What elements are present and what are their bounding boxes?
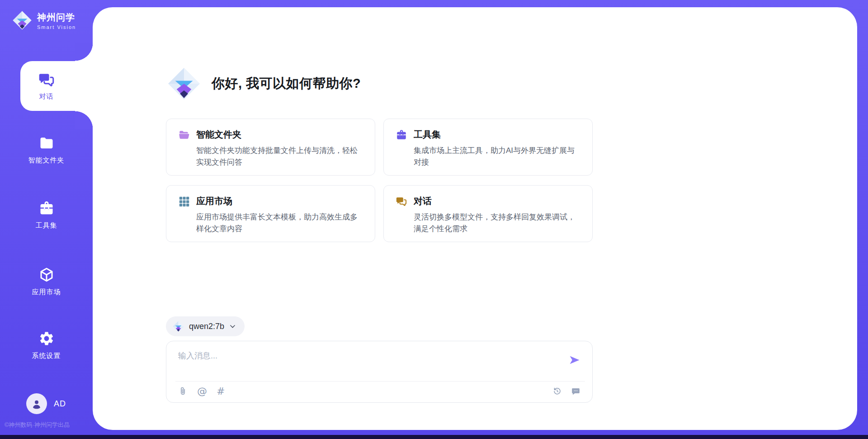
gem-logo-icon <box>166 66 202 101</box>
hashtag-icon[interactable]: # <box>217 387 225 396</box>
gear-icon <box>38 330 55 347</box>
chat-icon <box>38 71 55 88</box>
toolbox-icon <box>38 200 55 216</box>
card-description: 集成市场上主流工具，助力AI与外界无缝扩展与对接 <box>414 145 580 168</box>
card-description: 灵活切换多模型文件，支持多样回复效果调试，满足个性化需求 <box>414 211 580 234</box>
greeting-block: 你好, 我可以如何帮助你? <box>166 66 361 101</box>
card-app-market[interactable]: 应用市场 应用市场提供丰富长文本模板，助力高效生成多样化文章内容 <box>166 185 375 242</box>
toolbox-icon <box>396 129 407 141</box>
composer-toolbar-right <box>552 387 580 396</box>
greeting-title: 你好, 我可以如何帮助你? <box>212 75 361 93</box>
composer-toolbar-left: @ # <box>178 387 225 396</box>
app-logo: 神州问学 Smart Vision <box>12 10 76 31</box>
sidebar-item-app-market[interactable]: 应用市场 <box>0 267 93 296</box>
card-description: 应用市场提供丰富长文本模板，助力高效生成多样化文章内容 <box>196 211 363 234</box>
sidebar-item-chat-active[interactable]: 对话 <box>20 61 93 111</box>
model-selector[interactable]: qwen2:7b <box>166 316 245 336</box>
app-name: 神州问学 <box>37 11 76 24</box>
bottom-edge-strip <box>0 435 868 439</box>
card-toolset[interactable]: 工具集 集成市场上主流工具，助力AI与外界无缝扩展与对接 <box>383 119 593 176</box>
user-profile[interactable]: AD <box>26 393 66 414</box>
card-header: 应用市场 <box>178 195 363 207</box>
card-header: 对话 <box>396 195 580 207</box>
card-description: 智能文件夹功能支持批量文件上传与清洗，轻松实现文件问答 <box>196 145 363 168</box>
card-header: 工具集 <box>396 129 580 141</box>
sidebar-item-label: 对话 <box>39 92 54 101</box>
send-icon[interactable] <box>568 354 580 366</box>
history-icon[interactable] <box>552 387 562 396</box>
card-chat[interactable]: 对话 灵活切换多模型文件，支持多样回复效果调试，满足个性化需求 <box>383 185 593 242</box>
card-title: 对话 <box>414 195 432 207</box>
sidebar: 神州问学 Smart Vision 对话 智能文件夹 工具集 <box>0 0 93 439</box>
sidebar-item-label: 系统设置 <box>32 352 61 360</box>
copyright-text: ©神州数码·神州问学出品 <box>5 421 70 429</box>
composer-divider <box>175 381 585 382</box>
grid-icon <box>178 196 190 207</box>
sidebar-item-label: 工具集 <box>36 221 57 230</box>
avatar <box>26 393 47 414</box>
model-name: qwen2:7b <box>189 322 224 331</box>
gem-logo-icon <box>172 320 184 333</box>
card-title: 工具集 <box>414 129 441 141</box>
card-title: 应用市场 <box>196 195 232 207</box>
sidebar-item-label: 应用市场 <box>32 288 61 296</box>
feedback-icon[interactable] <box>571 387 580 396</box>
sidebar-item-label: 智能文件夹 <box>28 156 65 165</box>
folder-icon <box>38 135 55 151</box>
mention-icon[interactable]: @ <box>197 387 207 396</box>
card-header: 智能文件夹 <box>178 129 363 141</box>
sidebar-item-settings[interactable]: 系统设置 <box>0 330 93 360</box>
user-initials: AD <box>54 399 66 409</box>
chevron-down-icon <box>229 323 236 330</box>
app-logo-text: 神州问学 Smart Vision <box>37 11 76 30</box>
message-input[interactable] <box>178 350 558 377</box>
app-subtitle: Smart Vision <box>37 24 76 30</box>
folder-icon <box>178 129 190 141</box>
feature-cards: 智能文件夹 智能文件夹功能支持批量文件上传与清洗，轻松实现文件问答 工具集 集成… <box>166 119 593 242</box>
card-smart-folder[interactable]: 智能文件夹 智能文件夹功能支持批量文件上传与清洗，轻松实现文件问答 <box>166 119 375 176</box>
message-composer: @ # <box>166 341 593 403</box>
chat-icon <box>396 196 407 207</box>
gem-logo-icon <box>12 10 33 31</box>
sidebar-item-smart-folder[interactable]: 智能文件夹 <box>0 135 93 165</box>
cube-icon <box>38 267 55 283</box>
person-icon <box>30 397 43 410</box>
attachment-icon[interactable] <box>178 387 188 396</box>
card-title: 智能文件夹 <box>196 129 241 141</box>
sidebar-item-toolset[interactable]: 工具集 <box>0 200 93 230</box>
app-root: { "app": { "name": "神州问学", "subtitle": "… <box>0 0 868 439</box>
